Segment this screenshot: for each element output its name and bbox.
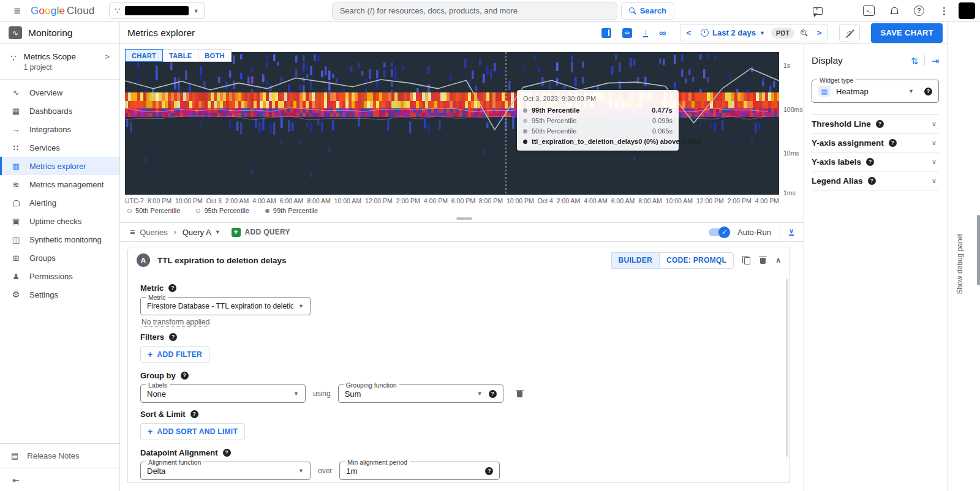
google-cloud-logo[interactable]: GoogleCloud: [31, 5, 94, 17]
help-icon[interactable]: ?: [866, 158, 874, 166]
collapse-panel-icon[interactable]: ⇥: [931, 56, 939, 66]
view-code-icon[interactable]: <>: [622, 28, 632, 38]
help-icon[interactable]: ?: [889, 139, 897, 147]
sidebar-item[interactable]: Dashboards: [0, 102, 119, 120]
help-icon[interactable]: ?: [169, 333, 177, 341]
x-axis-tick: 4:00 PM: [424, 197, 448, 204]
share-link-icon[interactable]: ∞: [659, 28, 666, 38]
sidebar-item[interactable]: Permissions: [0, 267, 119, 285]
notifications-icon[interactable]: [890, 7, 899, 15]
remove-group-by-icon[interactable]: [516, 389, 524, 398]
queries-breadcrumb[interactable]: Queries: [140, 228, 168, 237]
more-options-icon[interactable]: ⋮: [940, 6, 949, 17]
x-axis-tick: 12:00 PM: [365, 197, 393, 204]
queries-list-icon: ≡: [130, 227, 135, 237]
scrollbar-thumb[interactable]: [977, 215, 980, 285]
collapse-sidebar-icon[interactable]: ⇤: [12, 475, 20, 485]
sidebar-item[interactable]: Overview: [0, 83, 119, 102]
sidebar-item[interactable]: Synthetic monitoring: [0, 230, 119, 249]
chart-view-tab[interactable]: BOTH: [198, 49, 231, 62]
group-by-labels-dropdown[interactable]: Labels None ▼: [140, 384, 306, 403]
zoom-out-icon[interactable]: [801, 29, 807, 36]
display-section-row[interactable]: Y-axis labels ? ∨: [812, 152, 939, 171]
toggle-legend-panel-icon[interactable]: [601, 28, 611, 38]
x-axis-tick: 10:00 AM: [666, 197, 693, 204]
metric-dropdown[interactable]: Metric Firestore Database - TTL expirati…: [140, 297, 311, 315]
legend-item[interactable]: 99th Percentile: [265, 207, 318, 214]
chevron-right-icon[interactable]: >: [105, 52, 112, 61]
help-icon[interactable]: ?: [190, 410, 198, 418]
menu-icon[interactable]: ≡: [7, 4, 27, 18]
chart-resize-handle[interactable]: [456, 217, 472, 220]
help-icon[interactable]: ?: [489, 390, 497, 398]
add-query-button[interactable]: +ADD QUERY: [232, 228, 290, 237]
help-icon[interactable]: ?: [924, 88, 932, 96]
sidebar-item[interactable]: Uptime checks: [0, 212, 119, 230]
apps-grid-icon[interactable]: [838, 6, 848, 16]
min-alignment-period-field[interactable]: Min alignment period 1m ?: [339, 462, 500, 480]
release-notes-icon: ▤: [11, 451, 18, 460]
query-selector[interactable]: Query A▼: [183, 228, 221, 237]
sidebar-item[interactable]: Settings: [0, 285, 119, 304]
widget-type-dropdown[interactable]: Widget type ▦ Heatmap ▼ ?: [812, 80, 939, 103]
cloud-shell-icon[interactable]: >_: [863, 6, 875, 16]
sidebar-item[interactable]: Groups: [0, 249, 119, 267]
plus-icon: +: [232, 228, 241, 237]
chart-view-tab[interactable]: CHART: [125, 49, 163, 62]
help-icon[interactable]: ?: [485, 467, 493, 475]
help-icon[interactable]: ?: [914, 6, 924, 16]
release-notes-label: Release Notes: [27, 451, 79, 460]
show-debug-panel-button[interactable]: Show debug panel: [956, 233, 964, 294]
builder-mode-button[interactable]: BUILDER: [611, 252, 660, 269]
sort-limit-heading: Sort & Limit: [140, 410, 186, 419]
legend-marker-icon: [127, 209, 132, 213]
sidebar-item[interactable]: Integrations: [0, 120, 119, 138]
sidebar-item-label: Integrations: [29, 125, 71, 134]
feedback-icon[interactable]: [813, 7, 823, 15]
metrics-scope[interactable]: ∵ Metrics Scope 1 project >: [0, 44, 119, 80]
heatmap-chart[interactable]: [125, 52, 779, 195]
duplicate-query-icon[interactable]: [742, 256, 750, 264]
chart-view-tab[interactable]: TABLE: [163, 49, 198, 62]
search-input[interactable]: [332, 2, 617, 20]
legend-item[interactable]: 50th Percentile: [127, 207, 180, 214]
grouping-function-dropdown[interactable]: Grouping function Sum ▼ ?: [338, 384, 503, 403]
expand-collapse-all-icon[interactable]: ⇅: [911, 56, 919, 66]
builder-scrollbar[interactable]: [786, 279, 788, 457]
auto-run-toggle[interactable]: ✓: [709, 228, 729, 236]
release-notes[interactable]: ▤ Release Notes: [0, 443, 119, 468]
alignment-function-dropdown[interactable]: Alignment function Delta ▼: [140, 462, 311, 480]
time-range-selector[interactable]: Last 2 days ▼: [701, 28, 765, 37]
avatar[interactable]: [959, 2, 975, 19]
legend-item[interactable]: 95th Percentile: [196, 207, 249, 214]
overview-icon: [11, 88, 21, 97]
timezone-badge[interactable]: PDT: [771, 28, 794, 39]
sidebar-item[interactable]: Services: [0, 138, 119, 157]
y-axis-tick: 1ms: [783, 189, 796, 197]
collapse-query-icon[interactable]: ∨: [789, 228, 794, 236]
help-icon[interactable]: ?: [168, 284, 176, 292]
help-icon[interactable]: ?: [223, 449, 231, 457]
help-icon[interactable]: ?: [868, 177, 876, 185]
save-chart-button[interactable]: SAVE CHART: [871, 23, 943, 43]
search-button[interactable]: Search: [621, 2, 674, 20]
display-section-row[interactable]: Legend Alias ? ∨: [812, 171, 939, 190]
download-icon[interactable]: ↓: [643, 28, 649, 37]
display-panel-title: Display: [812, 55, 843, 66]
project-selector[interactable]: ∵ ▼: [109, 2, 204, 19]
time-forward-icon[interactable]: >: [813, 28, 826, 37]
time-back-icon[interactable]: <: [683, 28, 695, 37]
builder-mode-button[interactable]: CODE: PROMQL: [660, 252, 734, 269]
snap-off-icon[interactable]: ∩: [839, 24, 860, 42]
add-sort-limit-button[interactable]: +ADD SORT AND LIMIT: [140, 423, 245, 440]
help-icon[interactable]: ?: [876, 120, 884, 128]
display-section-row[interactable]: Y-axis assignment ? ∨: [812, 133, 939, 152]
add-filter-button[interactable]: +ADD FILTER: [140, 346, 209, 363]
sidebar-item[interactable]: Metrics explorer: [0, 157, 119, 175]
sidebar-item[interactable]: Alerting: [0, 193, 119, 212]
sidebar-item[interactable]: Metrics management: [0, 175, 119, 193]
delete-query-icon[interactable]: [759, 256, 767, 264]
display-section-row[interactable]: Threshold Line ? ∨: [812, 114, 939, 133]
help-icon[interactable]: ?: [181, 372, 189, 380]
collapse-builder-icon[interactable]: ∧: [775, 256, 781, 264]
